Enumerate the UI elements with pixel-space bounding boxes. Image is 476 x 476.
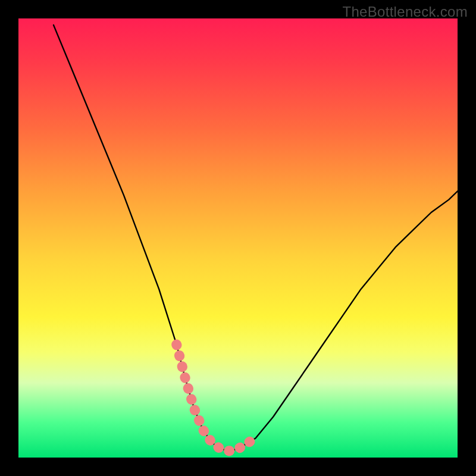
optimal-range-path	[177, 345, 256, 451]
bottleneck-curve-svg	[18, 18, 458, 458]
chart-frame: TheBottleneck.com	[0, 0, 476, 476]
watermark-text: TheBottleneck.com	[342, 4, 468, 20]
bottleneck-curve-path	[54, 25, 458, 451]
plot-area	[18, 18, 458, 458]
